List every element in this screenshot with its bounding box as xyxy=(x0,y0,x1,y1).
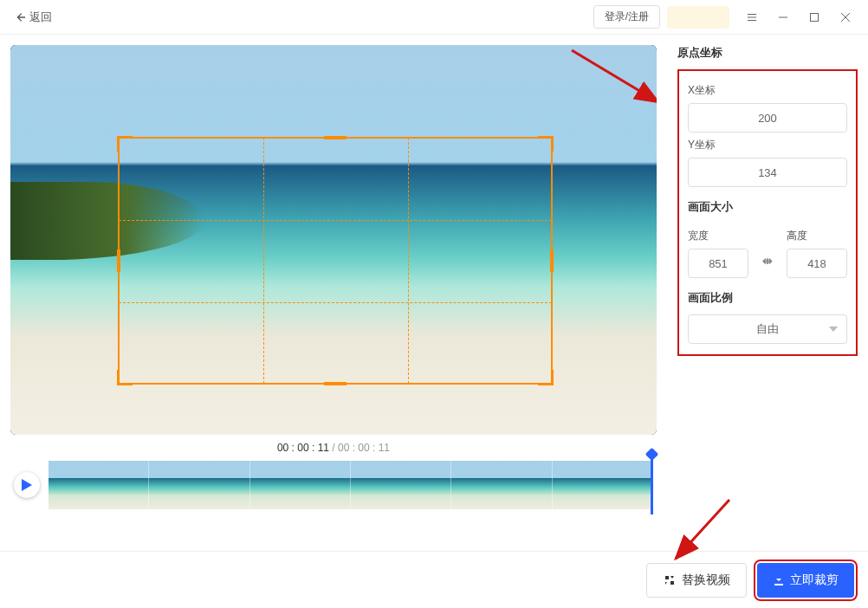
crop-handle-bottom[interactable] xyxy=(324,382,347,385)
height-label: 高度 xyxy=(787,229,847,243)
login-register-button[interactable]: 登录/注册 xyxy=(593,5,660,29)
play-icon xyxy=(22,479,32,491)
hamburger-icon xyxy=(747,12,757,23)
total-time: 00 : 00 : 11 xyxy=(338,442,390,454)
back-label: 返回 xyxy=(29,10,52,25)
aspect-lock-toggle[interactable]: ⇹ xyxy=(754,246,781,275)
origin-section-title: 原点坐标 xyxy=(677,45,858,61)
width-label: 宽度 xyxy=(688,229,748,243)
redacted-area xyxy=(667,6,729,29)
annotation-arrow-2 xyxy=(669,500,738,572)
y-coord-input[interactable] xyxy=(688,158,847,187)
crop-selection[interactable] xyxy=(118,137,553,385)
crop-handle-left[interactable] xyxy=(117,249,120,272)
crop-handle-top[interactable] xyxy=(324,136,347,139)
aspect-ratio-select[interactable]: 自由 xyxy=(688,314,847,344)
replace-video-label: 替换视频 xyxy=(682,572,730,588)
play-button[interactable] xyxy=(14,472,40,498)
width-input[interactable] xyxy=(688,249,748,278)
timeline-thumb xyxy=(451,461,552,509)
timeline-thumb xyxy=(250,461,351,509)
x-coord-label: X坐标 xyxy=(688,83,847,98)
crop-now-label: 立即裁剪 xyxy=(790,572,839,588)
aspect-ratio-value: 自由 xyxy=(756,321,779,337)
timeline-track[interactable] xyxy=(49,461,653,509)
ratio-section-title: 画面比例 xyxy=(688,290,847,306)
size-section-title: 画面大小 xyxy=(688,199,847,215)
close-icon xyxy=(840,12,851,23)
crop-settings-panel: X坐标 Y坐标 画面大小 宽度 ⇹ 高度 画面比例 xyxy=(677,69,858,356)
current-time: 00 : 00 : 11 xyxy=(277,442,329,454)
x-coord-input[interactable] xyxy=(688,103,847,133)
maximize-icon xyxy=(809,12,819,23)
back-button[interactable]: 返回 xyxy=(7,6,59,29)
download-icon xyxy=(773,574,785,586)
svg-line-5 xyxy=(676,500,729,559)
crop-handle-top-right[interactable] xyxy=(538,136,554,152)
svg-rect-0 xyxy=(811,13,819,21)
maximize-button[interactable] xyxy=(799,4,830,30)
timeline-thumb xyxy=(49,461,149,509)
unlink-icon: ⇹ xyxy=(762,254,773,268)
svg-line-2 xyxy=(572,50,657,102)
minimize-icon xyxy=(778,12,788,23)
annotation-arrow-1 xyxy=(572,50,657,114)
playhead[interactable] xyxy=(651,452,653,514)
arrow-left-icon xyxy=(14,11,26,23)
swap-icon xyxy=(663,573,677,587)
crop-handle-bottom-left[interactable] xyxy=(117,370,133,385)
close-button[interactable] xyxy=(830,4,861,30)
crop-handle-top-left[interactable] xyxy=(117,136,133,152)
crop-now-button[interactable]: 立即裁剪 xyxy=(757,563,854,598)
crop-handle-bottom-right[interactable] xyxy=(538,370,554,385)
minimize-button[interactable] xyxy=(768,4,799,30)
time-display: 00 : 00 : 11 / 00 : 00 : 11 xyxy=(10,435,657,461)
crop-handle-right[interactable] xyxy=(550,249,554,272)
timeline-thumb xyxy=(149,461,249,509)
y-coord-label: Y坐标 xyxy=(688,138,847,152)
height-input[interactable] xyxy=(787,249,847,278)
timeline-thumb xyxy=(553,461,653,509)
svg-marker-3 xyxy=(22,479,32,491)
video-preview[interactable] xyxy=(10,45,657,435)
timeline-thumb xyxy=(351,461,451,509)
menu-button[interactable] xyxy=(736,4,768,30)
